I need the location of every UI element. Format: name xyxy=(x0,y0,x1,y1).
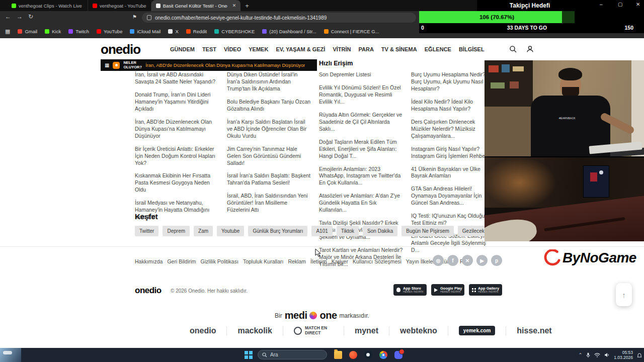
article-link[interactable]: Atasözleri ve Anlamları: A'dan Z'ye Günd… xyxy=(319,193,404,214)
tag-son-dakika[interactable]: Son Dakika xyxy=(363,226,397,236)
maximize-icon[interactable]: ▢ xyxy=(618,2,622,7)
close-icon[interactable]: ✕ xyxy=(636,2,640,7)
nav-yemek[interactable]: YEMEK xyxy=(249,46,268,52)
article-link[interactable]: İran, ABD'de Düzenlenecek Olan Dünya Kup… xyxy=(135,119,219,140)
x-icon[interactable]: ✕ xyxy=(462,255,473,266)
steam-icon[interactable] xyxy=(364,351,372,359)
article-link[interactable]: Ders Çalışırken Dinlenecek Müzikler Nele… xyxy=(411,119,496,140)
bookmark-icloud[interactable]: iCloud Mail xyxy=(130,29,160,34)
article-link[interactable]: 41 Ülkenin Bayrakları ve Ülke Bayrak Anl… xyxy=(411,166,496,180)
site-logo[interactable]: onedio xyxy=(101,42,140,57)
bookmark-twitch[interactable]: Twitch xyxy=(68,29,89,34)
mediazone-logo-left[interactable]: medi xyxy=(285,310,307,321)
bookmark-reddit[interactable]: Reddit xyxy=(186,29,207,34)
tray-expand-icon[interactable]: ⌃ xyxy=(579,352,583,357)
reload-icon[interactable]: ↻ xyxy=(28,14,33,20)
nav-gundem[interactable]: GÜNDEM xyxy=(170,46,195,52)
google-play-badge[interactable]: Google Play HEMEN İNDİRİN xyxy=(431,284,464,296)
article-link[interactable]: IQ Testi: IQ'unuzun Kaç Olduğunu Test Et… xyxy=(411,213,496,227)
bookmark-youtube[interactable]: YouTube xyxy=(97,29,122,34)
article-link[interactable]: Dünya Diken Üstünde! İsrail'in İran'a Sa… xyxy=(227,71,311,93)
url-bar[interactable]: onedio.com/haber/temel-seviye-genel-kult… xyxy=(142,13,416,23)
footer-link[interactable]: Yayın İlkeleri xyxy=(406,258,436,264)
article-link[interactable]: Evlilik Yıl Dönümü Sözleri! En Özel Roma… xyxy=(319,84,404,106)
browser-tab-active[interactable]: Basit Genel Kültür Testi! - Onedi... ✕ xyxy=(151,0,241,11)
start-button[interactable] xyxy=(245,351,253,359)
file-explorer-icon[interactable] xyxy=(334,351,342,359)
footer-site-logo[interactable]: onedio xyxy=(135,286,162,296)
partner-onedio[interactable]: onedio xyxy=(179,326,226,335)
partner-hisse[interactable]: hisse.net xyxy=(506,326,562,335)
footer-link[interactable]: Gizlilik Politikası xyxy=(201,258,238,264)
nav-test[interactable]: TEST xyxy=(202,46,216,52)
minimize-icon[interactable]: – xyxy=(600,2,603,7)
instagram-icon[interactable]: ◎ xyxy=(433,255,444,266)
tag-burc[interactable]: Günlük Burç Yorumları xyxy=(248,226,307,236)
article-link[interactable]: Instagram Giriş Nasıl Yapılır? Instagram… xyxy=(411,146,496,160)
partner-mackolik[interactable]: mackolik xyxy=(226,326,282,335)
footer-link[interactable]: Topluluk Kuralları xyxy=(243,258,284,264)
brave-icon[interactable] xyxy=(349,351,357,359)
notifications-bell-icon[interactable] xyxy=(637,352,642,358)
footer-link[interactable]: Hakkımızda xyxy=(135,258,163,264)
facebook-icon[interactable]: f xyxy=(447,255,458,266)
article-link[interactable]: Doğal Taşların Merak Edilen Tüm Etkileri… xyxy=(319,139,404,160)
partner-webtekno[interactable]: webtekno xyxy=(389,326,448,335)
partner-match-en-direct[interactable]: MATCH EN DIRECT xyxy=(283,326,344,336)
nav-bilgisel[interactable]: BİLGİSEL xyxy=(459,46,485,52)
apps-grid-icon[interactable]: ▦ xyxy=(5,28,10,35)
tag-youtube[interactable]: Youtube xyxy=(217,226,244,236)
tag-deprem[interactable]: Deprem xyxy=(163,226,190,236)
article-link[interactable]: Rüyada Altın Görmek: Gerçekler ve Saadet… xyxy=(319,112,404,133)
article-link[interactable]: Burç Uyumu Hesaplama Nedir? Burç Uyumu, … xyxy=(411,71,496,93)
tag-a101[interactable]: A101 xyxy=(311,226,332,236)
article-link[interactable]: Bir İçerik Üreticisi Anlattı: Erkekler İ… xyxy=(135,146,219,167)
microphone-icon[interactable] xyxy=(586,352,590,358)
nav-ev-yasam-gezi[interactable]: EV, YAŞAM & GEZİ xyxy=(276,46,325,52)
nav-vitrin[interactable]: VİTRİN xyxy=(333,46,351,52)
pinterest-icon[interactable]: p xyxy=(491,255,502,266)
app-store-badge[interactable]: App Store HEMEN İNDİRİN xyxy=(393,284,427,296)
article-link[interactable]: Son Depremler Listesi xyxy=(319,71,404,78)
article-link[interactable]: Tarot Kartları ve Anlamları Nelerdir? Ma… xyxy=(319,247,404,268)
bookmark-dashboard[interactable]: (20) Dashboard / Str... xyxy=(262,29,316,34)
nav-tv-sinema[interactable]: TV & SİNEMA xyxy=(381,46,417,52)
footer-link[interactable]: Kariyer xyxy=(332,258,348,264)
taskbar-search[interactable]: Ara xyxy=(258,350,327,359)
browser-tab-1[interactable]: venthegoat Clips - Watch Live on Kic... xyxy=(7,0,88,11)
bookmark-x[interactable]: X xyxy=(168,29,178,34)
back-icon[interactable]: ← xyxy=(5,14,11,20)
user-icon[interactable] xyxy=(526,45,534,55)
chrome-icon[interactable] xyxy=(379,351,387,359)
wifi-icon[interactable] xyxy=(594,352,600,357)
taskbar-clock[interactable]: 05:53 1.03.2026 xyxy=(614,350,633,360)
discord-icon[interactable] xyxy=(394,351,403,359)
tag-tiktok[interactable]: Tiktok xyxy=(337,226,359,236)
nav-video[interactable]: VİDEO xyxy=(224,46,241,52)
widgets-weather-button[interactable] xyxy=(0,348,21,362)
article-link[interactable]: Emojilerin Anlamları: 2023 WhatsApp, Ins… xyxy=(319,166,404,187)
browser-tab-2[interactable]: venthegoat - YouTube xyxy=(88,0,151,11)
article-link[interactable]: İsrail İran'a Saldırı Başlattı: Başkent … xyxy=(227,172,311,187)
youtube-icon[interactable]: ▶ xyxy=(476,255,488,266)
bynogame-logo[interactable]: ByNoGame xyxy=(541,249,636,266)
bookmark-cybershoke[interactable]: CYBERSHOKE xyxy=(214,29,255,34)
footer-link[interactable]: Geri Bildirim xyxy=(167,258,196,264)
article-link[interactable]: İran'a Karşı Saldırı Başlatan İsrail ve … xyxy=(227,119,311,140)
tab-close-icon[interactable]: ✕ xyxy=(232,3,236,8)
nav-para[interactable]: PARA xyxy=(358,46,373,52)
article-link[interactable]: İran, İsrail ve ABD Arasındaki Savaşta 2… xyxy=(135,71,219,85)
partner-yemek[interactable]: yemek.com xyxy=(448,326,506,335)
tag-zam[interactable]: Zam xyxy=(194,226,213,236)
breaking-news-ticker[interactable]: ▦ NELER OLUYOR? İran, ABD'de Düzenlenece… xyxy=(101,59,317,71)
article-link[interactable]: Jim Carrey'nin Tanınmaz Hale Gelen Son G… xyxy=(227,146,311,167)
partner-mynet[interactable]: mynet xyxy=(344,326,389,335)
bookmark-icon[interactable]: ⚑ xyxy=(132,14,137,20)
footer-link[interactable]: Reklam xyxy=(288,258,306,264)
search-icon[interactable] xyxy=(509,45,517,55)
bookmark-kick[interactable]: Kick xyxy=(45,29,61,34)
bookmark-gmail[interactable]: Gmail xyxy=(18,29,37,34)
footer-link[interactable]: Kullanıcı Sözleşmesi xyxy=(353,258,401,264)
volume-icon[interactable] xyxy=(604,352,610,357)
new-tab-button[interactable]: + xyxy=(245,2,249,10)
